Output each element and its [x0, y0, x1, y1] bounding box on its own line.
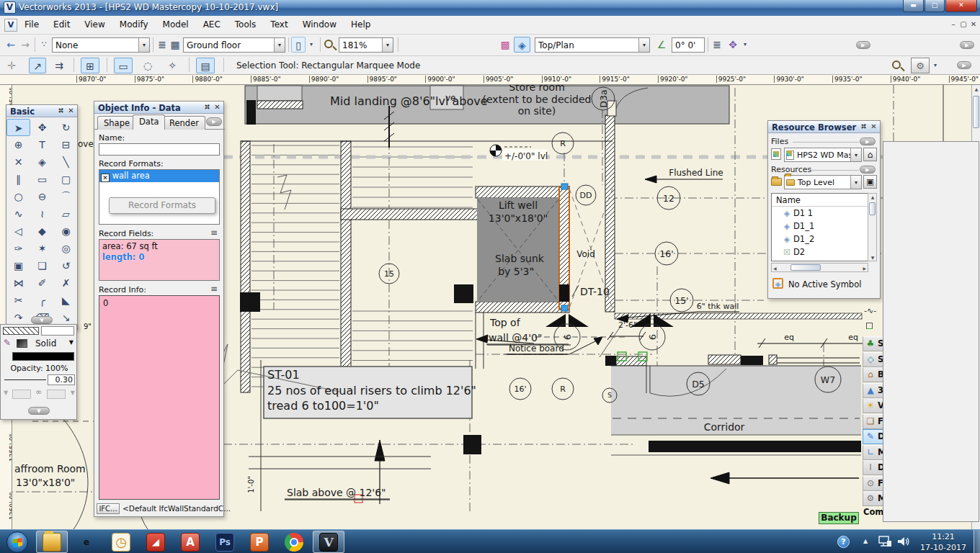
- chevron-down-icon[interactable]: ▾: [850, 176, 861, 189]
- taskbar-chrome-button[interactable]: [278, 531, 310, 553]
- taskbar-explorer-button[interactable]: [36, 531, 68, 553]
- document-icon[interactable]: V: [4, 19, 17, 32]
- oval-tool-icon[interactable]: ⊖: [30, 188, 54, 205]
- clock[interactable]: 11:21 17-10-2017: [914, 531, 973, 553]
- resource-folder-select[interactable]: Top Level▾: [784, 175, 862, 189]
- name-input[interactable]: [99, 143, 220, 156]
- visibility-tool-icon[interactable]: ◎: [54, 240, 78, 257]
- menu-help[interactable]: Help: [344, 16, 378, 35]
- fill-swatch[interactable]: [17, 339, 27, 348]
- zoom-tool-icon[interactable]: ⊕: [6, 136, 30, 153]
- lineweight-slider[interactable]: [4, 379, 46, 380]
- page-icon[interactable]: ▯: [291, 37, 306, 53]
- view-select[interactable]: Top/Plan▾: [535, 37, 650, 53]
- saved-view-select[interactable]: None▾: [52, 37, 150, 53]
- close-icon[interactable]: ✕: [66, 107, 76, 114]
- mode-lasso-icon[interactable]: ◌: [138, 58, 157, 73]
- axes-icon[interactable]: ∠: [654, 37, 669, 53]
- toolbar-overflow-icon[interactable]: ▶: [856, 41, 870, 49]
- mode-poly-lasso-icon[interactable]: ✧: [163, 58, 182, 73]
- lineweight-value[interactable]: 0.30: [48, 374, 75, 385]
- mode-constrain-icon[interactable]: ⊞: [81, 58, 99, 73]
- saved-views-icon[interactable]: ∵: [37, 37, 50, 53]
- pin-icon[interactable]: ✜: [201, 101, 213, 113]
- scroll-left-icon[interactable]: ◀: [773, 266, 777, 271]
- field-row-selected[interactable]: length: 0: [99, 251, 219, 262]
- layer-grid-icon[interactable]: ▦: [169, 37, 182, 53]
- trim-tool-icon[interactable]: ✂: [6, 292, 30, 309]
- pin-icon[interactable]: ✜: [858, 120, 870, 132]
- field-row[interactable]: area: 67 sq ft: [99, 240, 219, 251]
- polygon2-tool-icon[interactable]: ◁: [6, 222, 30, 240]
- close-icon[interactable]: ✕: [213, 103, 222, 111]
- record-format-row[interactable]: ✕ wall area: [99, 170, 219, 182]
- network-icon[interactable]: [878, 536, 892, 548]
- menu-icon[interactable]: ≡: [210, 228, 218, 238]
- menu-edit[interactable]: Edit: [46, 16, 77, 35]
- mirror-tool-icon[interactable]: ⋈: [6, 274, 30, 292]
- hatch-select[interactable]: [41, 326, 74, 336]
- record-info-box[interactable]: 0: [99, 295, 220, 500]
- chamfer-tool-icon[interactable]: ◣: [54, 292, 78, 309]
- taskbar-autocad-button[interactable]: A: [174, 531, 206, 553]
- taskbar-powerpoint-button[interactable]: P: [244, 531, 275, 553]
- chevron-down-icon[interactable]: ▾: [274, 38, 285, 52]
- resource-item[interactable]: ☒D2: [773, 246, 856, 258]
- menu-text[interactable]: Text: [263, 16, 295, 35]
- pin-icon[interactable]: ✜: [55, 104, 67, 117]
- modebar-overflow-icon[interactable]: ▶: [957, 61, 971, 69]
- mode-duplicate-icon[interactable]: ⇉: [50, 58, 68, 73]
- tab-overflow-icon[interactable]: ▶: [206, 117, 222, 126]
- layers-icon[interactable]: ≣: [156, 37, 169, 53]
- checkbox-checked-icon[interactable]: ✕: [101, 174, 110, 182]
- deform-tool-icon[interactable]: ❏: [30, 257, 54, 274]
- help-icon[interactable]: ?: [837, 536, 850, 548]
- close-icon[interactable]: ✕: [869, 122, 878, 130]
- fillet-tool-icon[interactable]: ╭: [30, 292, 54, 309]
- tab-render[interactable]: Render: [163, 116, 205, 130]
- mode-rect-marquee-icon[interactable]: ▭: [114, 58, 133, 73]
- minimize-icon[interactable]: ▬: [903, 0, 924, 12]
- taskbar-vectorworks-button[interactable]: V: [313, 531, 344, 553]
- menu-view[interactable]: View: [77, 16, 112, 35]
- rounded-rectangle-tool-icon[interactable]: ▢: [54, 171, 78, 188]
- file-select[interactable]: HPS2 WD Mas▾: [784, 148, 862, 162]
- callout-tool-icon[interactable]: ⊟: [54, 136, 78, 153]
- menu-aec[interactable]: AEC: [196, 16, 228, 35]
- palette-expand-icon[interactable]: ▼: [31, 316, 53, 324]
- tab-shape[interactable]: Shape: [97, 116, 136, 130]
- ifc-button[interactable]: IFC...: [97, 503, 120, 514]
- resource-item[interactable]: ◈D1 1: [773, 207, 856, 220]
- no-zoom-icon[interactable]: [892, 60, 901, 69]
- list-header[interactable]: Name: [772, 194, 868, 207]
- 3d-cursor-tool-icon[interactable]: ◈: [30, 153, 54, 171]
- resource-hscrollbar[interactable]: ◀ ▶: [771, 263, 868, 272]
- menu-file[interactable]: File: [17, 16, 46, 35]
- view-cube-icon[interactable]: ◈: [514, 37, 530, 53]
- circle-tool-icon[interactable]: ○: [6, 188, 30, 205]
- rectangle-tool-icon[interactable]: ▭: [30, 171, 54, 188]
- start-button[interactable]: [6, 531, 28, 553]
- volume-icon[interactable]: [896, 536, 911, 548]
- chevron-down-icon[interactable]: ▾: [638, 38, 649, 52]
- page-dropdown-icon[interactable]: ▾: [306, 37, 316, 53]
- forward-icon[interactable]: →: [19, 37, 32, 53]
- palette-expand-icon[interactable]: ▼: [28, 407, 50, 415]
- resource-item[interactable]: ◈D1_1: [773, 220, 856, 233]
- menu-model[interactable]: Model: [156, 16, 196, 35]
- menu-tools[interactable]: Tools: [228, 16, 264, 35]
- pan-icon[interactable]: ✥: [726, 37, 739, 53]
- chevron-down-icon[interactable]: ▼: [69, 339, 74, 346]
- chevron-down-icon[interactable]: ▾: [850, 148, 861, 161]
- zoom-level-input[interactable]: 181%▾: [339, 37, 393, 53]
- mode-move-icon[interactable]: ↗: [29, 58, 46, 73]
- link-icon[interactable]: ∞: [35, 387, 42, 397]
- fill-color-bar[interactable]: [12, 352, 74, 361]
- resource-item[interactable]: ◈D1_2: [773, 233, 856, 246]
- line-tool-icon[interactable]: ╲: [54, 153, 78, 171]
- spiral-tool-icon[interactable]: ◉: [54, 222, 78, 240]
- tray-expand-icon[interactable]: ▲: [863, 538, 868, 544]
- zoom-icon[interactable]: [324, 40, 333, 48]
- doc-minimize-icon[interactable]: –: [948, 20, 958, 28]
- gear-icon[interactable]: ⚙: [911, 58, 930, 73]
